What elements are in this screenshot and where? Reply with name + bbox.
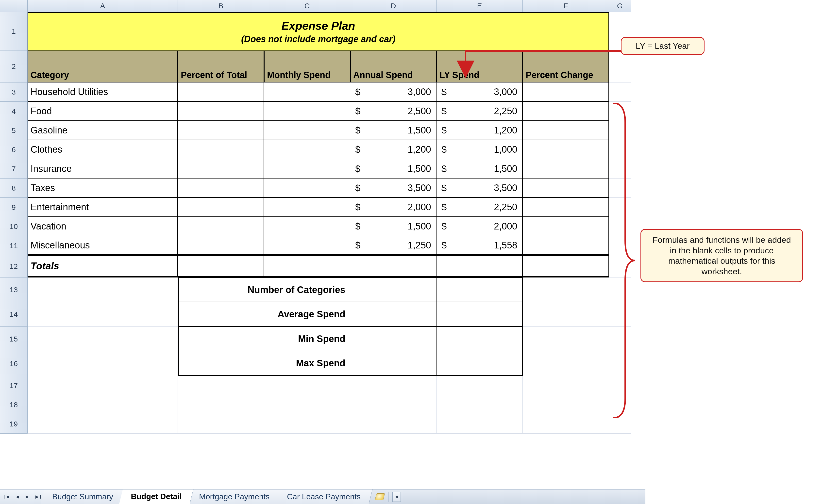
cell-E7[interactable]: $1,500	[437, 159, 523, 179]
col-header-B[interactable]: B	[178, 0, 264, 12]
header-percent-total[interactable]: Percent of Total	[178, 50, 264, 82]
cell-D13[interactable]	[350, 277, 437, 302]
totals-D[interactable]	[350, 255, 437, 277]
header-category[interactable]: Category	[28, 50, 178, 82]
cell-A3[interactable]: Household Utilities	[28, 82, 178, 102]
row-header-4[interactable]: 4	[0, 102, 28, 121]
row-header-3[interactable]: 3	[0, 82, 28, 102]
cell-F13[interactable]	[523, 277, 609, 302]
row-header-7[interactable]: 7	[0, 159, 28, 179]
cell-A6[interactable]: Clothes	[28, 140, 178, 159]
cell-C8[interactable]	[264, 179, 350, 198]
row-header-2[interactable]: 2	[0, 50, 28, 82]
row-header-9[interactable]: 9	[0, 198, 28, 217]
row-header-5[interactable]: 5	[0, 121, 28, 140]
cell-C19[interactable]	[264, 414, 350, 434]
cell-E15[interactable]	[437, 327, 523, 351]
cell-B5[interactable]	[178, 121, 264, 140]
cell-F15[interactable]	[523, 327, 609, 351]
row-header-1[interactable]: 1	[0, 12, 28, 50]
cell-D17[interactable]	[350, 376, 437, 395]
cell-F17[interactable]	[523, 376, 609, 395]
cell-C4[interactable]	[264, 102, 350, 121]
cell-E10[interactable]: $2,000	[437, 217, 523, 236]
cell-B6[interactable]	[178, 140, 264, 159]
row-header-16[interactable]: 16	[0, 351, 28, 376]
col-header-D[interactable]: D	[350, 0, 437, 12]
cell-A16[interactable]	[28, 351, 178, 376]
col-header-A[interactable]: A	[28, 0, 178, 12]
tab-nav-first-icon[interactable]: I◄	[3, 494, 10, 500]
cell-E18[interactable]	[437, 395, 523, 414]
col-header-F[interactable]: F	[523, 0, 609, 12]
sheet-tab-mortgage-payments[interactable]: Mortgage Payments	[187, 489, 281, 504]
cell-E5[interactable]: $1,200	[437, 121, 523, 140]
tab-nav-prev-icon[interactable]: ◄	[15, 494, 20, 500]
cell-D15[interactable]	[350, 327, 437, 351]
cell-B7[interactable]	[178, 159, 264, 179]
row-header-6[interactable]: 6	[0, 140, 28, 159]
row-header-17[interactable]: 17	[0, 376, 28, 395]
cell-F5[interactable]	[523, 121, 609, 140]
cell-A13[interactable]	[28, 277, 178, 302]
cell-E16[interactable]	[437, 351, 523, 376]
cell-F4[interactable]	[523, 102, 609, 121]
totals-E[interactable]	[437, 255, 523, 277]
cell-C11[interactable]	[264, 236, 350, 255]
cell-C3[interactable]	[264, 82, 350, 102]
cell-C6[interactable]	[264, 140, 350, 159]
cell-D16[interactable]	[350, 351, 437, 376]
cell-F7[interactable]	[523, 159, 609, 179]
cell-E9[interactable]: $2,250	[437, 198, 523, 217]
cell-F16[interactable]	[523, 351, 609, 376]
cell-B18[interactable]	[178, 395, 264, 414]
select-all-corner[interactable]	[0, 0, 28, 12]
cell-B10[interactable]	[178, 217, 264, 236]
cell-A18[interactable]	[28, 395, 178, 414]
cell-C10[interactable]	[264, 217, 350, 236]
cell-D7[interactable]: $1,500	[350, 159, 437, 179]
header-monthly-spend[interactable]: Monthly Spend	[264, 50, 350, 82]
cell-F19[interactable]	[523, 414, 609, 434]
cell-E11[interactable]: $1,558	[437, 236, 523, 255]
tab-nav-last-icon[interactable]: ►I	[34, 494, 41, 500]
totals-C[interactable]	[264, 255, 350, 277]
cell-D8[interactable]: $3,500	[350, 179, 437, 198]
row-header-11[interactable]: 11	[0, 236, 28, 255]
cell-F8[interactable]	[523, 179, 609, 198]
cell-F9[interactable]	[523, 198, 609, 217]
cell-D11[interactable]: $1,250	[350, 236, 437, 255]
cell-D3[interactable]: $3,000	[350, 82, 437, 102]
cell-E13[interactable]	[437, 277, 523, 302]
cell-B19[interactable]	[178, 414, 264, 434]
col-header-G[interactable]: G	[609, 0, 631, 12]
cell-C18[interactable]	[264, 395, 350, 414]
cell-D4[interactable]: $2,500	[350, 102, 437, 121]
cell-D10[interactable]: $1,500	[350, 217, 437, 236]
cell-E3[interactable]: $3,000	[437, 82, 523, 102]
cell-B11[interactable]	[178, 236, 264, 255]
cell-B17[interactable]	[178, 376, 264, 395]
cell-D9[interactable]: $2,000	[350, 198, 437, 217]
stats-label-15[interactable]: Min Spend	[178, 327, 350, 351]
cell-B9[interactable]	[178, 198, 264, 217]
col-header-C[interactable]: C	[264, 0, 350, 12]
cell-A8[interactable]: Taxes	[28, 179, 178, 198]
cell-A17[interactable]	[28, 376, 178, 395]
totals-F[interactable]	[523, 255, 609, 277]
totals-B[interactable]	[178, 255, 264, 277]
row-header-10[interactable]: 10	[0, 217, 28, 236]
sheet-tab-budget-detail[interactable]: Budget Detail	[119, 489, 193, 504]
cell-A9[interactable]: Entertainment	[28, 198, 178, 217]
stats-label-14[interactable]: Average Spend	[178, 302, 350, 327]
cell-C5[interactable]	[264, 121, 350, 140]
cell-E17[interactable]	[437, 376, 523, 395]
cell-A7[interactable]: Insurance	[28, 159, 178, 179]
cell-D18[interactable]	[350, 395, 437, 414]
stats-label-13[interactable]: Number of Categories	[178, 277, 350, 302]
cell-F14[interactable]	[523, 302, 609, 327]
cell-F11[interactable]	[523, 236, 609, 255]
tab-nav-next-icon[interactable]: ►	[25, 494, 30, 500]
cell-F10[interactable]	[523, 217, 609, 236]
totals-label[interactable]: Totals	[28, 255, 178, 277]
